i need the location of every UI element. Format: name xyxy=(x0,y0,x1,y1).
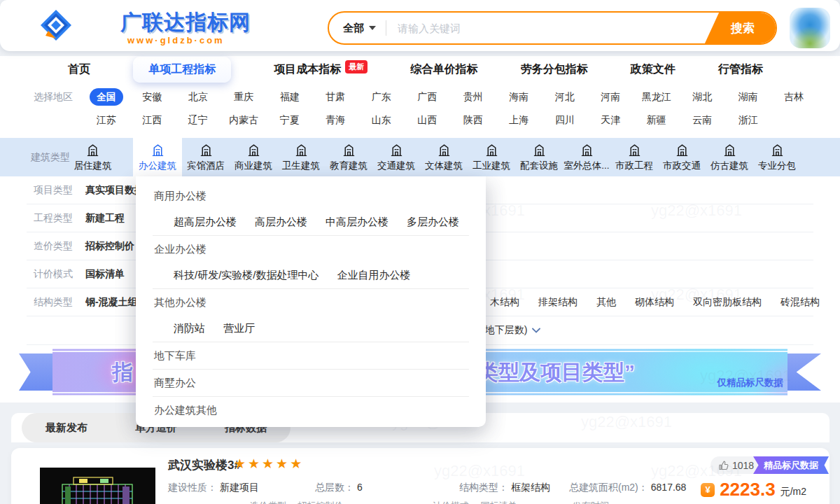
dropdown-group-office-other[interactable]: 办公建筑其他 xyxy=(136,397,486,424)
result-tab[interactable]: 最新发布 xyxy=(22,413,111,442)
building-type-item[interactable]: 仿古建筑 xyxy=(706,138,753,176)
region-item[interactable]: 贵州 xyxy=(450,91,496,104)
dropdown-option[interactable]: 企业自用办公楼 xyxy=(337,269,411,282)
building-type-item[interactable]: 市政交通 xyxy=(658,138,706,176)
search-button[interactable]: 搜索 xyxy=(704,11,776,45)
region-item[interactable]: 陕西 xyxy=(450,114,496,127)
structure-option[interactable]: 木结构 xyxy=(490,296,519,309)
region-item[interactable]: 吉林 xyxy=(771,91,818,104)
region-item[interactable]: 浙江 xyxy=(725,114,771,127)
region-selected-national[interactable]: 全国 xyxy=(90,88,123,106)
building-type-item[interactable]: 交通建筑 xyxy=(372,138,420,176)
region-item[interactable]: 内蒙古 xyxy=(221,114,267,127)
structure-option[interactable]: 排架结构 xyxy=(538,296,578,309)
filter-selected-value[interactable]: 新建工程 xyxy=(85,212,125,225)
region-item[interactable]: 新疆 xyxy=(634,114,680,127)
region-item[interactable]: 辽宁 xyxy=(175,114,221,127)
nav-labor-subcontract-index[interactable]: 劳务分包指标 xyxy=(521,62,588,77)
likes-count: 1018 xyxy=(732,460,754,471)
building-type-item-label: 仿古建筑 xyxy=(710,160,748,172)
building-type-item[interactable]: 居住建筑 xyxy=(71,138,114,176)
region-item[interactable]: 四川 xyxy=(542,114,588,127)
region-item[interactable]: 广东 xyxy=(358,91,405,104)
structure-option[interactable]: 其他 xyxy=(596,296,616,309)
site-title[interactable]: 广联达指标网 xyxy=(120,8,251,37)
nav-single-project-index[interactable]: 单项工程指标 xyxy=(133,57,231,83)
floor-count-expander[interactable]: (地下层数) xyxy=(482,324,541,337)
building-type-item[interactable]: 文体建筑 xyxy=(420,138,468,176)
search-category-select[interactable]: 全部 xyxy=(343,22,364,35)
nav-project-cost-index[interactable]: 项目成本指标最新 xyxy=(274,62,368,77)
field-label: 建设性质： xyxy=(168,482,217,493)
project-card: 武汉实验楼3# ★★★★★ 1018 精品标尺数据 建设性质：新建项目总层数：6… xyxy=(11,448,830,504)
nav-home[interactable]: 首页 xyxy=(68,62,90,77)
field-label: 总建筑面积(m2)： xyxy=(569,482,648,493)
dropdown-option[interactable]: 消防站 xyxy=(174,322,205,335)
region-item[interactable]: 重庆 xyxy=(221,91,267,104)
avatar[interactable] xyxy=(790,8,830,48)
region-item[interactable]: 北京 xyxy=(175,91,221,104)
region-item[interactable]: 江西 xyxy=(130,114,176,127)
nav-admin-index[interactable]: 行管指标 xyxy=(718,62,763,77)
region-item[interactable]: 海南 xyxy=(496,91,542,104)
building-type-item[interactable]: 宾馆酒店 xyxy=(182,138,230,176)
building-type-item[interactable]: 市政工程 xyxy=(610,138,658,176)
region-item[interactable]: 黑龙江 xyxy=(634,91,680,104)
building-type-item-label: 办公建筑 xyxy=(139,160,176,172)
filter-label: 造价类型 xyxy=(34,240,85,253)
region-item[interactable]: 湖北 xyxy=(680,91,726,104)
structure-option[interactable]: 砖混结构 xyxy=(780,296,820,309)
banner-note: 仅精品标尺数据 xyxy=(718,377,784,389)
building-type-item[interactable]: 商业建筑 xyxy=(230,138,277,176)
region-item[interactable]: 广西 xyxy=(405,91,451,104)
building-type-item[interactable]: 卫生建筑 xyxy=(277,138,325,176)
region-item[interactable]: 山西 xyxy=(405,114,451,127)
logo-icon[interactable] xyxy=(39,8,73,42)
search-divider xyxy=(386,20,386,36)
nav-composite-price-index[interactable]: 综合单价指标 xyxy=(410,62,477,77)
building-type-item[interactable]: 专业分包 xyxy=(753,138,801,176)
region-item[interactable]: 安徽 xyxy=(130,91,176,104)
region-item[interactable]: 湖南 xyxy=(725,91,771,104)
region-item[interactable]: 青海 xyxy=(313,114,359,127)
building-type-item[interactable]: 配套设施 xyxy=(515,138,563,176)
region-item[interactable]: 宁夏 xyxy=(267,114,313,127)
dropdown-option[interactable]: 营业厅 xyxy=(223,322,255,335)
filter-label: 结构类型 xyxy=(34,296,85,309)
nav-policy-files[interactable]: 政策文件 xyxy=(631,62,676,77)
dropdown-option[interactable]: 中高层办公楼 xyxy=(326,216,388,229)
building-type-icon xyxy=(150,143,165,158)
dropdown-option[interactable]: 科技/研发/实验楼/数据处理中心 xyxy=(174,269,319,282)
building-type-item[interactable]: 工业建筑 xyxy=(468,138,515,176)
dropdown-group-enterprise-office[interactable]: 企业办公楼 xyxy=(136,236,486,262)
likes-pill[interactable]: 1018 xyxy=(710,456,762,474)
filter-selected-value[interactable]: 招标控制价 xyxy=(85,240,134,253)
project-title[interactable]: 武汉实验楼3# xyxy=(168,457,241,473)
region-item[interactable]: 河南 xyxy=(588,91,634,104)
dropdown-group-commercial-office[interactable]: 商用办公楼 xyxy=(136,183,486,209)
dropdown-option[interactable]: 高层办公楼 xyxy=(255,216,307,229)
region-item[interactable]: 云南 xyxy=(680,114,726,127)
building-type-item[interactable]: 室外总体... xyxy=(563,138,610,176)
filter-selected-value[interactable]: 国标清单 xyxy=(85,268,125,281)
structure-option[interactable]: 砌体结构 xyxy=(635,296,674,309)
dropdown-option[interactable]: 多层办公楼 xyxy=(407,216,459,229)
building-type-item[interactable]: 办公建筑 xyxy=(133,138,182,176)
region-item[interactable]: 福建 xyxy=(267,91,313,104)
region-item[interactable]: 山东 xyxy=(358,114,405,127)
field-label: 总层数： xyxy=(315,482,354,493)
dropdown-group-commercial-villa-office[interactable]: 商墅办公 xyxy=(136,370,486,396)
building-type-icon xyxy=(199,143,214,158)
building-type-item[interactable]: 教育建筑 xyxy=(325,138,372,176)
dropdown-group-underground-garage[interactable]: 地下车库 xyxy=(136,342,486,369)
region-item[interactable]: 上海 xyxy=(496,114,542,127)
dropdown-group-other-office[interactable]: 其他办公楼 xyxy=(136,289,486,316)
dropdown-option[interactable]: 超高层办公楼 xyxy=(174,216,237,229)
structure-option[interactable]: 双向密肋板结构 xyxy=(693,296,762,309)
region-item[interactable]: 江苏 xyxy=(83,114,130,127)
region-item[interactable]: 河北 xyxy=(542,91,588,104)
chevron-down-icon[interactable] xyxy=(369,26,376,30)
search-input[interactable] xyxy=(396,22,704,35)
region-item[interactable]: 天津 xyxy=(588,114,634,127)
region-item[interactable]: 甘肃 xyxy=(313,91,359,104)
